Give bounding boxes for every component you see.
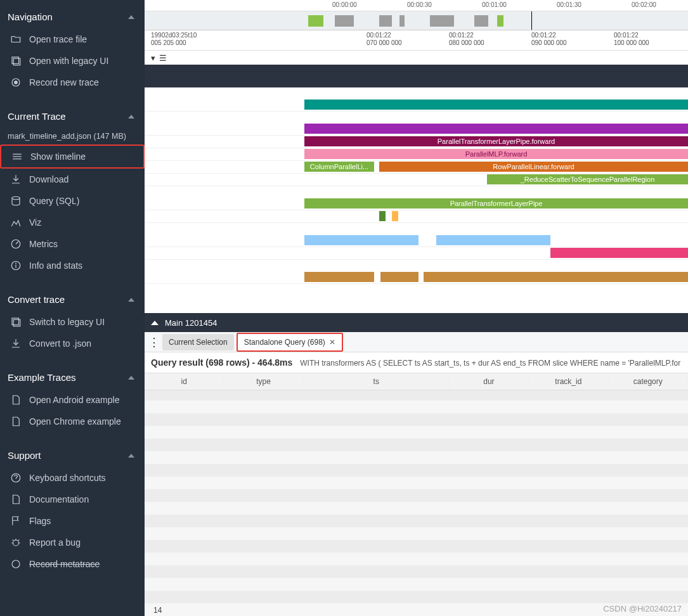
tab-label: Current Selection [169,338,228,347]
svg-rect-13 [13,319,20,326]
track-controls: ▾ ☰ [145,51,688,65]
ruler-tick: 00:00:30 [407,1,432,8]
open-chrome-example[interactable]: Open Chrome example [0,411,145,432]
item-label: Info and stats [29,260,82,271]
tab-label: Standalone Query (698) [244,338,325,347]
open-legacy-ui[interactable]: Open with legacy UI [0,50,145,72]
details-bar[interactable]: Main 1201454 [145,313,688,332]
svg-point-3 [15,81,18,84]
current-title: Current Trace [8,111,66,122]
ruler-tick: 00:01:22070 000 000 [367,32,402,47]
chevron-up-icon[interactable] [151,321,159,325]
process-header[interactable] [145,65,688,87]
slice[interactable] [304,99,688,110]
info-stats[interactable]: Info and stats [0,255,145,276]
menu-lines-icon[interactable]: ☰ [159,53,167,63]
item-label: Open Chrome example [29,416,121,427]
time-ruler-detail[interactable]: 19902d03:25t10005 205 000 00:01:22070 00… [145,30,688,51]
close-icon[interactable]: ✕ [329,338,335,347]
record-icon [10,558,22,570]
col-id[interactable]: id [145,373,224,390]
collapse-icon[interactable]: ▾ [151,53,155,63]
slice[interactable]: ColumnParallelLi... [304,162,374,172]
slice[interactable] [304,124,688,134]
slice[interactable] [392,211,398,221]
slice[interactable]: _ReduceScatterToSequenceParallelRegion [487,174,688,184]
metrics[interactable]: Metrics [0,233,145,255]
download[interactable]: Download [0,169,145,190]
slice[interactable]: ParallelMLP.forward [304,149,688,159]
svg-rect-1 [13,58,20,65]
time-ruler[interactable]: 00:00:00 00:00:30 00:01:00 00:01:30 00:0… [145,0,688,11]
ruler-tick: 00:00:00 [332,1,357,8]
flag-icon [10,515,22,527]
slice[interactable] [380,272,419,282]
convert-header[interactable]: Convert trace [0,288,145,311]
tab-standalone-query[interactable]: Standalone Query (698) ✕ [237,333,343,352]
result-sql: WITH transformers AS ( SELECT ts AS star… [300,359,680,368]
slice[interactable]: RowParallelLinear.forward [379,162,688,172]
info-icon [10,260,22,271]
result-rows-blurred: 14 CSDN @Hi20240217 [145,390,688,616]
col-track[interactable]: track_id [529,373,608,390]
open-android-example[interactable]: Open Android example [0,389,145,411]
slice[interactable] [379,211,386,221]
timeline-icon [11,151,23,162]
slice[interactable]: ParallelTransformerLayerPipe.forward [304,136,688,146]
result-summary: Query result (698 rows) - 464.8ms [151,357,292,368]
layers-icon [10,316,22,328]
layers-icon [10,55,22,67]
viz[interactable]: Viz [0,212,145,233]
slice[interactable] [550,248,688,258]
nav-title: Navigation [8,11,53,22]
ruler-tick: 00:01:22090 000 000 [531,32,567,47]
keyboard-shortcuts[interactable]: Keyboard shortcuts [0,467,145,489]
sidebar: Navigation Open trace file Open with leg… [0,0,145,616]
support-header[interactable]: Support [0,444,145,467]
slice[interactable] [424,272,688,282]
convert-json[interactable]: Convert to .json [0,333,145,354]
visible-cell: 14 [153,606,162,615]
col-type[interactable]: type [224,373,303,390]
item-label: Download [29,174,68,184]
col-ts[interactable]: ts [304,373,450,390]
documentation[interactable]: Documentation [0,489,145,510]
chevron-up-icon [128,454,134,458]
example-header[interactable]: Example Traces [0,366,145,389]
switch-legacy[interactable]: Switch to legacy UI [0,311,145,333]
timeline-tracks[interactable]: ParallelTransformerLayerPipe.forward Par… [145,87,688,313]
item-label: Keyboard shortcuts [29,473,106,483]
open-trace-file[interactable]: Open trace file [0,29,145,50]
ruler-tick: 00:01:30 [557,1,581,8]
slice[interactable] [304,272,374,282]
record-metatrace[interactable]: Record metatrace [0,553,145,575]
report-bug[interactable]: Report a bug [0,532,145,553]
ruler-tick: 00:01:22100 000 000 [614,32,649,47]
help-icon [10,472,22,484]
col-category[interactable]: category [609,373,688,390]
tab-current-selection[interactable]: Current Selection [162,334,234,350]
svg-point-11 [16,263,16,264]
flags[interactable]: Flags [0,510,145,532]
ruler-tick: 00:02:00 [632,1,656,8]
item-label: Open Android example [29,395,119,405]
svg-point-16 [12,560,20,568]
item-label: Documentation [29,494,89,504]
nav-section-header[interactable]: Navigation [0,5,145,29]
query-sql[interactable]: Query (SQL) [0,190,145,212]
item-label: Switch to legacy UI [29,317,105,327]
slice[interactable]: ParallelTransformerLayerPipe [304,198,688,209]
slice[interactable] [304,235,419,245]
current-trace-header[interactable]: Current Trace [0,105,145,128]
slice[interactable] [436,235,550,245]
item-label: Metrics [29,239,58,249]
col-dur[interactable]: dur [450,373,529,390]
tabstrip: ⋮ Current Selection Standalone Query (69… [145,332,688,352]
result-table-header: id type ts dur track_id category [145,373,688,390]
show-timeline[interactable]: Show timeline [0,144,145,169]
kebab-icon[interactable]: ⋮ [148,335,160,349]
example-title: Example Traces [8,372,76,383]
record-new-trace[interactable]: Record new trace [0,72,145,93]
overview-track[interactable] [145,11,688,30]
item-label: Viz [29,217,41,228]
